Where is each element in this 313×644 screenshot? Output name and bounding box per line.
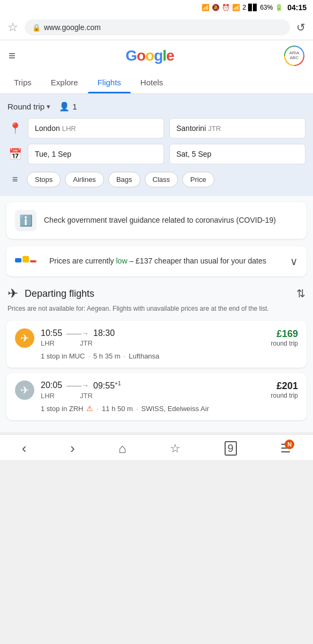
forward-icon: › — [70, 440, 75, 457]
depart-time: 20:05 — [41, 380, 62, 390]
tab-trips[interactable]: Trips — [4, 71, 41, 93]
duration-info: 5 h 35 m — [93, 352, 121, 360]
flight-card[interactable]: ✈ 20:05 ——→ 09:55+1 LHR JTR £201 round t… — [6, 373, 307, 420]
person-icon: 👤 — [59, 101, 70, 112]
calendar-icon: 📅 — [8, 148, 23, 160]
passenger-count: 1 — [72, 102, 77, 111]
logo-o1: o — [137, 47, 145, 64]
svg-rect-1 — [23, 256, 29, 262]
filter-stops[interactable]: Stops — [27, 172, 61, 187]
duration-info: 11 h 50 m — [102, 405, 133, 413]
status-icons: 📶 🔕 ⏰ 📶 2 ▊▊ 63% 🔋 04:15 — [202, 3, 307, 12]
date-row: 📅 Tue, 1 Sep Sat, 5 Sep — [8, 144, 305, 164]
times-row: 20:05 ——→ 09:55+1 — [41, 380, 264, 391]
tabs-button[interactable]: 9 — [225, 441, 237, 456]
expand-icon[interactable]: ∨ — [290, 255, 298, 268]
mute-icon: 🔕 — [212, 4, 220, 11]
depart-date-value: Tue, 1 Sep — [35, 150, 71, 158]
location-inputs: London LHR Santorini JTR — [28, 118, 305, 138]
alarm-icon: ⏰ — [222, 4, 230, 11]
airline-name: SWISS, Edelweiss Air — [141, 405, 209, 413]
flight-details: 1 stop in MUC · 5 h 35 m · Lufthansa — [41, 352, 298, 360]
filter-class[interactable]: Class — [145, 172, 178, 187]
warning-icon: ⚠ — [86, 404, 93, 413]
arrow-icon: ——→ — [66, 381, 89, 390]
origin-city: London — [35, 124, 60, 133]
price-trend-icon — [15, 254, 42, 269]
signal-bars-icon: ▊▊ — [248, 4, 258, 11]
return-date-value: Sat, 5 Sep — [176, 150, 211, 158]
covid-info-card[interactable]: ℹ️ Check government travel guidance rela… — [6, 202, 307, 239]
forward-button[interactable]: › — [70, 440, 75, 457]
filter-airlines[interactable]: Airlines — [65, 172, 104, 187]
bookmark-icon[interactable]: ☆ — [8, 20, 18, 34]
price-card[interactable]: Prices are currently low – £137 cheaper … — [6, 246, 307, 276]
airline-logo: ✈ — [15, 328, 34, 348]
bottom-nav: ‹ › ⌂ ☆ 9 ☰ N — [0, 434, 313, 460]
url-bar[interactable]: 🔒 www.google.com — [25, 19, 290, 35]
avatar-initials: ARIAABC — [289, 51, 300, 61]
tab-flights[interactable]: Flights — [88, 71, 131, 93]
arrive-time: 09:55+1 — [93, 380, 121, 391]
sort-icon[interactable]: ⇅ — [296, 287, 305, 300]
logo-g2: g — [154, 47, 162, 64]
filter-row: ≡ Stops Airlines Bags Class Price — [8, 172, 305, 187]
bluetooth-icon: 📶 — [202, 4, 210, 11]
price-amount: £201 — [271, 380, 298, 392]
date-inputs: Tue, 1 Sep Sat, 5 Sep — [28, 144, 305, 164]
price-label: round trip — [271, 392, 298, 399]
lufthansa-logo: ✈ — [20, 332, 29, 345]
avatar[interactable]: ARIAABC — [284, 46, 304, 66]
filter-bags[interactable]: Bags — [108, 172, 140, 187]
reload-icon[interactable]: ↺ — [296, 21, 305, 34]
destination-input[interactable]: Santorini JTR — [169, 118, 305, 138]
destination-city: Santorini — [176, 124, 206, 133]
filter-price[interactable]: Price — [182, 172, 214, 187]
depart-time: 10:55 — [41, 328, 62, 338]
bookmark-button[interactable]: ☆ — [170, 442, 181, 456]
passengers-selector[interactable]: 👤 1 — [59, 101, 77, 112]
lock-icon: 🔒 — [32, 24, 41, 32]
back-button[interactable]: ‹ — [22, 440, 27, 457]
flight-main-row: ✈ 20:05 ——→ 09:55+1 LHR JTR £201 round t… — [15, 380, 298, 400]
stops-info: 1 stop in MUC — [41, 352, 85, 360]
menu-button[interactable]: ☰ N — [280, 442, 291, 456]
battery-icon: 🔋 — [275, 4, 283, 11]
location-row: 📍 London LHR Santorini JTR — [8, 118, 305, 138]
flight-price: £169 round trip — [271, 328, 298, 347]
destination-code: JTR — [208, 125, 221, 133]
flight-details: 1 stop in ZRH ⚠ · 11 h 50 m · SWISS, Ede… — [41, 404, 298, 413]
filter-chips: Stops Airlines Bags Class Price — [27, 172, 214, 187]
arrive-time: 18:30 — [93, 328, 115, 338]
origin-input[interactable]: London LHR — [28, 118, 164, 138]
arrow-icon: ——→ — [66, 329, 89, 338]
trip-type-button[interactable]: Round trip ▾ — [8, 102, 50, 111]
info-icon: ℹ️ — [15, 210, 36, 231]
hamburger-menu-icon[interactable]: ≡ — [9, 49, 16, 63]
return-date-input[interactable]: Sat, 5 Sep — [169, 144, 305, 164]
trip-type-dropdown-icon: ▾ — [47, 103, 50, 111]
stops-info: 1 stop in ZRH — [41, 405, 83, 413]
browser-bar: ☆ 🔒 www.google.com ↺ — [0, 15, 313, 40]
google-logo: Google — [125, 47, 174, 64]
logo-g: G — [125, 47, 137, 64]
svg-rect-2 — [30, 260, 36, 262]
airport-codes: LHR JTR — [41, 392, 264, 400]
logo-o2: o — [145, 47, 154, 64]
airline-logo: ✈ — [15, 380, 34, 400]
tab-explore[interactable]: Explore — [41, 71, 88, 93]
flight-card[interactable]: ✈ 10:55 ——→ 18:30 LHR JTR £169 round tri… — [6, 321, 307, 368]
tab-hotels[interactable]: Hotels — [131, 71, 173, 93]
depart-date-input[interactable]: Tue, 1 Sep — [28, 144, 164, 164]
url-text: www.google.com — [44, 23, 101, 32]
home-icon: ⌂ — [118, 441, 126, 456]
departing-flights-header: ✈ Departing flights ⇅ — [6, 286, 307, 301]
info-circle-icon: ℹ️ — [19, 214, 33, 227]
home-button[interactable]: ⌂ — [118, 441, 126, 456]
departing-plane-icon: ✈ — [8, 286, 18, 301]
price-card-text: Prices are currently low – £137 cheaper … — [49, 256, 282, 267]
status-bar: 📶 🔕 ⏰ 📶 2 ▊▊ 63% 🔋 04:15 — [0, 0, 313, 15]
times-row: 10:55 ——→ 18:30 — [41, 328, 264, 338]
search-options-row: Round trip ▾ 👤 1 — [8, 101, 305, 112]
flight-times: 10:55 ——→ 18:30 LHR JTR — [41, 328, 264, 347]
